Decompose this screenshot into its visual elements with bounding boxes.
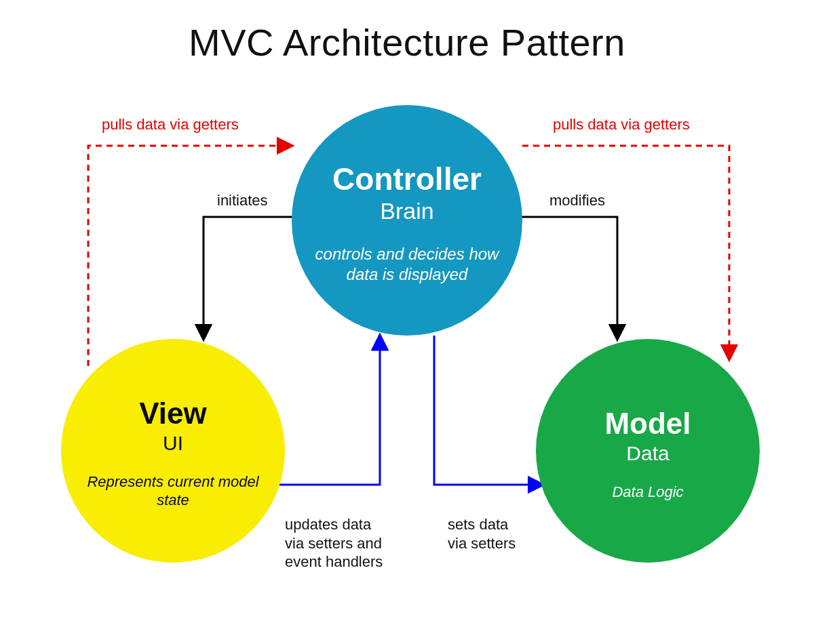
label-modifies: modifies xyxy=(549,191,605,210)
controller-subtitle: Brain xyxy=(380,197,433,226)
label-pull-right: pulls data via getters xyxy=(553,115,690,134)
label-initiates: initiates xyxy=(217,191,268,210)
label-updates: updates data via setters and event handl… xyxy=(285,515,421,571)
model-node: Model Data Data Logic xyxy=(536,339,760,563)
edge-view-updates-controller xyxy=(277,336,380,485)
label-pull-left: pulls data via getters xyxy=(102,115,239,134)
view-title: View xyxy=(139,395,206,432)
model-title: Model xyxy=(604,405,691,442)
controller-description: controls and decides how data is display… xyxy=(292,244,522,285)
edge-view-pull-controller xyxy=(88,146,292,366)
model-subtitle: Data xyxy=(626,441,669,466)
controller-title: Controller xyxy=(332,160,482,199)
edge-controller-sets-model xyxy=(434,336,543,485)
view-description: Represents current model state xyxy=(61,472,285,510)
edge-controller-pull-model xyxy=(522,146,729,359)
mvc-diagram: MVC Architecture Pattern Controlle xyxy=(0,0,814,644)
edge-controller-initiates-view xyxy=(204,217,297,339)
edge-controller-modifies-model xyxy=(517,217,617,339)
view-subtitle: UI xyxy=(163,430,183,456)
model-description: Data Logic xyxy=(593,483,702,502)
diagram-title: MVC Architecture Pattern xyxy=(0,20,814,64)
label-sets: sets data via setters xyxy=(448,515,556,552)
view-node: View UI Represents current model state xyxy=(61,339,285,563)
controller-node: Controller Brain controls and decides ho… xyxy=(292,105,522,336)
